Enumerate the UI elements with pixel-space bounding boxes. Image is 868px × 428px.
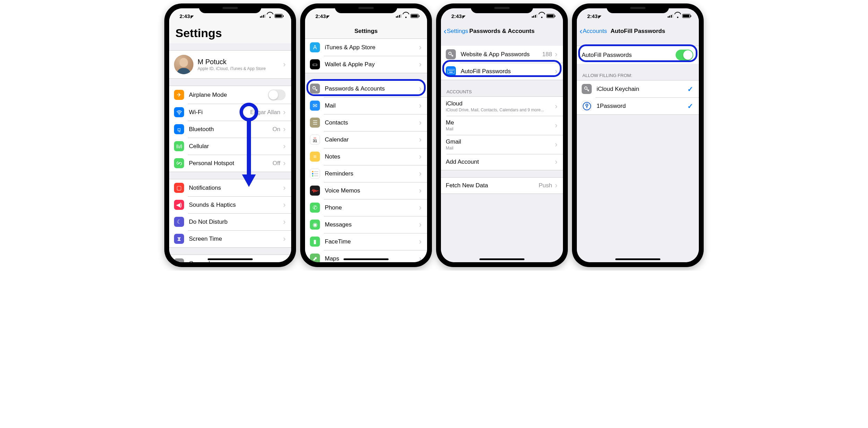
chevron-right-icon: › (419, 254, 422, 263)
general-icon: ⚙ (174, 258, 184, 262)
chevron-right-icon: › (419, 152, 422, 161)
row-label: Phone (325, 204, 419, 211)
avatar (174, 55, 193, 74)
autofill-list[interactable]: AutoFill Passwords ALLOW FILLING FROM: i… (577, 39, 699, 262)
row-bluetooth[interactable]: ⚼BluetoothOn› (169, 121, 291, 138)
row-mail[interactable]: ✉Mail› (305, 97, 427, 114)
chevron-right-icon: › (283, 125, 286, 134)
row-1password[interactable]: 1Password✓ (577, 97, 699, 115)
row-website-app-passwords[interactable]: Website & App Passwords188› (441, 46, 563, 63)
chevron-right-icon: › (419, 203, 422, 212)
chevron-right-icon: › (555, 157, 557, 166)
chevron-right-icon: › (419, 43, 422, 52)
row-maps[interactable]: ⬈Maps› (305, 250, 427, 262)
row-label: Contacts (325, 119, 419, 126)
row-screen-time[interactable]: ⧗Screen Time› (169, 230, 291, 248)
nav-title: AutoFill Passwords (610, 28, 665, 35)
apple-id-row[interactable]: M Potuck Apple ID, iCloud, iTunes & App … (169, 50, 291, 79)
do-not-disturb-icon: ☾ (174, 217, 184, 227)
chevron-right-icon: › (419, 118, 422, 127)
row-reminders[interactable]: Reminders› (305, 165, 427, 182)
passwords-accounts-list[interactable]: Website & App Passwords188›AutoFill Pass… (441, 39, 563, 262)
row-fetch-new-data[interactable]: Fetch New DataPush› (441, 177, 563, 194)
row-label: Reminders (325, 170, 419, 177)
check-icon: ✓ (687, 85, 693, 93)
home-indicator[interactable] (208, 258, 253, 260)
accounts-header: ACCOUNTS (441, 87, 563, 96)
svg-rect-8 (449, 70, 449, 71)
icloud-keychain-icon (582, 84, 592, 94)
chevron-right-icon: › (283, 183, 286, 192)
screen-time-icon: ⧗ (174, 234, 184, 244)
row-airplane-mode[interactable]: ✈Airplane Mode (169, 86, 291, 104)
autofill-toggle-row[interactable]: AutoFill Passwords (577, 46, 699, 64)
settings-list[interactable]: AiTunes & App Store›▭Wallet & Apple Pay›… (305, 39, 427, 262)
bluetooth-icon: ⚼ (174, 124, 184, 134)
home-indicator[interactable] (615, 258, 660, 260)
row-itunes-app-store[interactable]: AiTunes & App Store› (305, 39, 427, 56)
row-passwords-accounts[interactable]: Passwords & Accounts› (305, 80, 427, 97)
notch (335, 3, 397, 13)
wi-fi-icon (174, 107, 184, 117)
chevron-right-icon: › (419, 237, 422, 246)
messages-icon: ◉ (310, 220, 320, 230)
svg-rect-7 (448, 69, 454, 74)
row-autofill-passwords[interactable]: AutoFill Passwords› (441, 63, 563, 80)
row-add-account[interactable]: Add Account› (441, 154, 563, 170)
autofill-toggle[interactable] (676, 50, 693, 60)
chevron-right-icon: › (283, 259, 286, 263)
row-gmail[interactable]: GmailMail› (441, 135, 563, 154)
row-personal-hotspot[interactable]: Personal HotspotOff› (169, 155, 291, 172)
chevron-right-icon: › (283, 234, 286, 243)
row-phone[interactable]: ✆Phone› (305, 199, 427, 216)
row-contacts[interactable]: ☰Contacts› (305, 114, 427, 131)
chevron-right-icon: › (419, 135, 422, 144)
row-notifications[interactable]: ▢Notifications› (169, 179, 291, 196)
row-wallet-apple-pay[interactable]: ▭Wallet & Apple Pay› (305, 56, 427, 73)
row-label: iTunes & App Store (325, 44, 419, 51)
row-wi-fi[interactable]: Wi-FiEdgar Allan› (169, 104, 291, 121)
facetime-icon: ▮ (310, 237, 320, 247)
row-calendar[interactable]: •••31Calendar› (305, 131, 427, 148)
row-label: Bluetooth (189, 126, 272, 133)
page-title: Settings (169, 24, 291, 43)
chevron-right-icon: › (283, 217, 286, 226)
row-label: Airplane Mode (189, 92, 268, 99)
settings-list[interactable]: M Potuck Apple ID, iCloud, iTunes & App … (169, 43, 291, 262)
row-icloud-keychain[interactable]: iCloud Keychain✓ (577, 80, 699, 97)
svg-point-0 (179, 114, 179, 114)
allow-filling-header: ALLOW FILLING FROM: (577, 71, 699, 80)
row-cellular[interactable]: Cellular› (169, 138, 291, 155)
row-sounds-haptics[interactable]: ◀)Sounds & Haptics› (169, 196, 291, 213)
back-button[interactable]: ‹Accounts (580, 27, 607, 35)
1password-icon (582, 101, 592, 111)
chevron-left-icon: ‹ (580, 27, 582, 35)
contacts-icon: ☰ (310, 118, 320, 128)
back-button[interactable]: ‹Settings (444, 27, 468, 35)
chevron-right-icon: › (555, 67, 557, 76)
notch (199, 3, 261, 13)
row-do-not-disturb[interactable]: ☾Do Not Disturb› (169, 213, 291, 230)
row-messages[interactable]: ◉Messages› (305, 216, 427, 233)
row-notes[interactable]: ≡Notes› (305, 148, 427, 165)
home-indicator[interactable] (344, 258, 389, 260)
row-voice-memos[interactable]: Voice Memos› (305, 182, 427, 199)
row-label: Personal Hotspot (189, 160, 272, 167)
cellular-icon (174, 141, 184, 151)
row-label: Add Account (446, 159, 555, 165)
toggle[interactable] (268, 89, 286, 100)
row-label: Mail (325, 102, 419, 109)
row-me[interactable]: MeMail› (441, 116, 563, 135)
row-label: Website & App Passwords (461, 51, 542, 58)
row-icloud[interactable]: iCloudiCloud Drive, Mail, Contacts, Cale… (441, 96, 563, 116)
chevron-right-icon: › (555, 50, 557, 59)
calendar-icon: •••31 (310, 135, 320, 145)
row-label: iCloud Keychain (597, 86, 687, 93)
row-facetime[interactable]: ▮FaceTime› (305, 233, 427, 250)
svg-rect-17 (587, 106, 587, 108)
chevron-right-icon: › (555, 181, 557, 190)
home-indicator[interactable] (479, 258, 524, 260)
notes-icon: ≡ (310, 152, 320, 162)
chevron-right-icon: › (283, 200, 286, 209)
website-app-passwords-icon (446, 49, 456, 59)
